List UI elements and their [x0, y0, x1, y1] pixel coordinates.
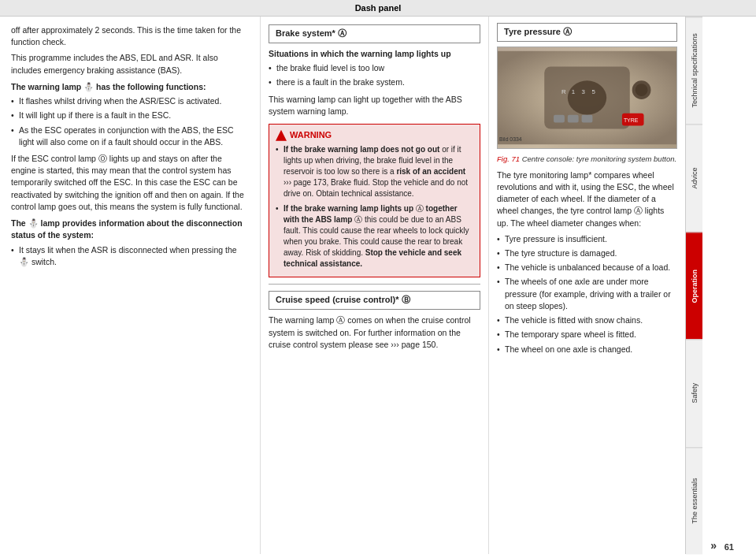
tyre-section-header: Tyre pressure Ⓐ: [497, 23, 677, 42]
list-item: The vehicle is unbalanced because of a l…: [505, 262, 677, 273]
sidebar-tab-operation[interactable]: Operation: [686, 232, 702, 339]
esc-control-text: If the ESC control lamp Ⓞ lights up and …: [11, 153, 249, 213]
fig-caption: Fig. 71 Centre console: tyre monitoring …: [497, 154, 677, 165]
svg-rect-9: [554, 115, 565, 123]
cruise-text: The warning lamp Ⓐ comes on when the cru…: [269, 314, 480, 351]
cruise-title: Cruise speed (cruise control)*: [276, 295, 399, 304]
list-item: The temporary spare wheel is fitted.: [505, 329, 677, 340]
list-item: It flashes whilst driving when the ASR/E…: [19, 95, 249, 107]
list-item: It stays lit when the ASR is disconnecte…: [19, 244, 249, 268]
together-text: This warning lamp can light up together …: [269, 94, 480, 117]
para1: This programme includes the ABS, EDL and…: [11, 52, 249, 76]
sidebar-tab-technical[interactable]: Technical specifications: [686, 17, 702, 124]
sidebar-tab-essentials[interactable]: The essentials: [686, 447, 702, 554]
svg-point-2: [568, 80, 606, 114]
list-item: the brake fluid level is too low: [276, 62, 480, 74]
header-title: Dash panel: [355, 3, 402, 13]
list-item: As the ESC operates in conjunction with …: [19, 125, 249, 148]
svg-rect-11: [582, 115, 593, 123]
left-column: off after approximately 2 seconds. This …: [0, 17, 260, 554]
right-sidebar: Technical specifications Advice Operatio…: [685, 17, 702, 554]
svg-text:R: R: [561, 88, 566, 95]
right-column: Tyre pressure Ⓐ: [488, 17, 685, 554]
tyre-title: Tyre pressure: [504, 27, 561, 36]
arrow-right: »: [710, 539, 717, 552]
page-header: Dash panel: [0, 0, 756, 17]
sidebar-tab-advice[interactable]: Advice: [686, 124, 702, 231]
svg-text:Bild 0334: Bild 0334: [499, 136, 522, 142]
list-item: there is a fault in the brake system.: [276, 76, 480, 88]
list-item: The tyre structure is damaged.: [505, 247, 677, 259]
svg-point-13: [636, 84, 648, 96]
svg-text:TYRE: TYRE: [624, 117, 639, 123]
middle-column: Brake system* Ⓐ Situations in which the …: [260, 17, 488, 554]
warning-item2: If the brake warning lamp lights up Ⓐ to…: [284, 203, 473, 270]
svg-rect-10: [568, 115, 579, 123]
brake-section-header: Brake system* Ⓐ: [269, 24, 480, 43]
warning-header: WARNING: [276, 129, 473, 141]
list-item: It will light up if there is a fault in …: [19, 110, 249, 121]
intro-text: off after approximately 2 seconds. This …: [11, 24, 249, 48]
svg-text:5: 5: [591, 88, 595, 95]
warning-label: WARNING: [290, 129, 332, 141]
svg-text:3: 3: [582, 88, 586, 95]
dash-img-bg: R 1 3 5 TYRE Bild 0334: [498, 47, 676, 148]
lamp-provides-header: The ⛄ lamp provides information about th…: [11, 218, 249, 241]
warning-triangle-icon: [276, 130, 287, 141]
warning-item1: If the brake warning lamp does not go ou…: [284, 144, 473, 199]
situations-header: Situations in which the warning lamp lig…: [269, 48, 480, 60]
list-item: The vehicle is fitted with snow chains.: [505, 314, 677, 326]
list-item: The wheels of one axle are under more pr…: [505, 276, 677, 312]
svg-text:1: 1: [572, 88, 575, 95]
fig-number: Fig. 71: [497, 154, 520, 163]
brake-title: Brake system*: [276, 28, 335, 38]
list-item: Tyre pressure is insufficient.: [505, 233, 677, 245]
fig-caption-text: Centre console: tyre monitoring system b…: [522, 154, 676, 163]
main-layout: off after approximately 2 seconds. This …: [0, 17, 756, 554]
list-item: The wheel on one axle is changed.: [505, 344, 677, 355]
section-divider: [269, 284, 480, 285]
sidebar-tab-safety[interactable]: Safety: [686, 339, 702, 446]
cruise-section-header: Cruise speed (cruise control)* Ⓑ: [269, 291, 480, 310]
dashboard-image: R 1 3 5 TYRE Bild 0334: [497, 46, 677, 149]
warning-lamp-header: The warning lamp ⛄ has the following fun…: [11, 81, 249, 93]
warning-box: WARNING If the brake warning lamp does n…: [269, 124, 480, 277]
tyre-intro: The tyre monitoring lamp* compares wheel…: [497, 169, 677, 229]
page-number: 61: [724, 542, 734, 552]
